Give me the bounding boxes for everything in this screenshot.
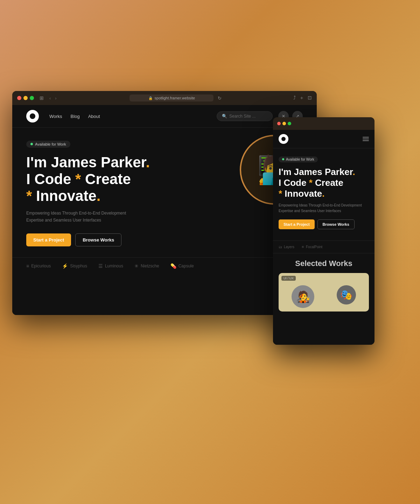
forward-arrow-icon[interactable]: › bbox=[54, 95, 58, 102]
works-card-tag: UI / UX bbox=[281, 276, 296, 281]
mobile-title-line3: * Innovate. bbox=[279, 188, 325, 199]
mobile-available-badge: Available for Work bbox=[279, 156, 318, 162]
works-figure-1: 🧑‍🎤 bbox=[292, 285, 314, 308]
mobile-brand-layers-label: Layers bbox=[284, 245, 294, 249]
maximize-window-dot[interactable] bbox=[30, 96, 34, 100]
address-text: spotlight.framer.website bbox=[155, 96, 195, 100]
browse-works-button[interactable]: Browse Works bbox=[75, 233, 121, 246]
brand-luminous: ☰ Luminous bbox=[98, 263, 123, 269]
hero-title: I'm James Parker. I Code * Create * Inno… bbox=[26, 154, 201, 205]
brand-epicurious-label: Epicurious bbox=[31, 264, 51, 268]
available-text: Available for Work bbox=[35, 142, 66, 146]
site-hero-section: Available for Work I'm James Parker. I C… bbox=[12, 128, 317, 254]
logo-inner bbox=[30, 113, 35, 119]
layers-icon: 🗂 bbox=[279, 245, 282, 249]
browser-action-buttons: ⤴ ＋ ⊡ bbox=[293, 95, 312, 101]
mobile-orange-dot-1: . bbox=[352, 167, 355, 177]
star-2: * bbox=[26, 188, 32, 204]
mobile-close-dot[interactable] bbox=[277, 122, 281, 125]
mobile-website-content: Available for Work I'm James Parker. I C… bbox=[273, 130, 374, 345]
mobile-start-project-button[interactable]: Start a Project bbox=[279, 219, 315, 229]
orange-dot-2: . bbox=[97, 188, 101, 204]
hero-subtitle: Empowering Ideas Through End-to-End Deve… bbox=[26, 210, 138, 223]
mobile-title-line1: I'm James Parker. bbox=[279, 167, 355, 177]
nav-links: Works Blog About bbox=[49, 114, 100, 119]
mobile-star-2: * bbox=[279, 188, 282, 199]
close-window-dot[interactable] bbox=[17, 96, 21, 100]
search-placeholder-text: Search Site ... bbox=[229, 114, 255, 119]
star-1: * bbox=[75, 171, 81, 187]
capsule-icon: 💊 bbox=[170, 263, 176, 269]
brand-luminous-label: Luminous bbox=[105, 264, 123, 268]
luminous-icon: ☰ bbox=[98, 263, 103, 269]
mobile-available-dot bbox=[282, 158, 284, 160]
new-tab-icon[interactable]: ＋ bbox=[299, 95, 304, 101]
brand-sisyphus-label: Sisyphus bbox=[70, 264, 87, 268]
nietzsche-icon: ✳ bbox=[134, 263, 139, 269]
start-project-button[interactable]: Start a Project bbox=[26, 233, 71, 246]
brand-nietzsche-label: Nietzsche bbox=[141, 264, 159, 268]
back-arrow-icon[interactable]: ‹ bbox=[48, 95, 52, 102]
brand-sisyphus: ⚡ Sisyphus bbox=[62, 263, 87, 269]
hero-title-line2: I Code * Create bbox=[26, 171, 131, 187]
mobile-brand-focalpoint-label: FocalPoint bbox=[306, 245, 322, 249]
mobile-star-1: * bbox=[309, 177, 313, 188]
brand-nietzsche: ✳ Nietzsche bbox=[134, 263, 159, 269]
mobile-site-logo[interactable] bbox=[279, 134, 288, 144]
available-for-work-badge: Available for Work bbox=[26, 141, 70, 148]
logo-dot bbox=[30, 114, 33, 116]
hero-cta-buttons: Start a Project Browse Works bbox=[26, 233, 303, 246]
focalpoint-icon: ✳ bbox=[301, 245, 304, 249]
extensions-icon[interactable]: ⊡ bbox=[308, 95, 312, 101]
available-status-dot bbox=[30, 143, 33, 145]
hamburger-line-1 bbox=[363, 137, 369, 138]
minimize-window-dot[interactable] bbox=[23, 96, 28, 100]
window-controls bbox=[17, 96, 34, 100]
mobile-logo-inner bbox=[281, 137, 286, 141]
mobile-brand-focalpoint: ✳ FocalPoint bbox=[301, 245, 322, 249]
ssl-lock-icon: 🔒 bbox=[148, 96, 153, 100]
mobile-hero-buttons: Start a Project Browse Works bbox=[279, 219, 369, 229]
mobile-window-controls bbox=[277, 122, 291, 125]
nav-link-blog[interactable]: Blog bbox=[71, 114, 80, 119]
hamburger-line-3 bbox=[363, 140, 369, 141]
mobile-available-text: Available for Work bbox=[286, 158, 314, 161]
mobile-title-line2: I Code * Create bbox=[279, 177, 343, 188]
site-search-bar[interactable]: 🔍 Search Site ... bbox=[217, 111, 273, 121]
mobile-browser-window: Available for Work I'm James Parker. I C… bbox=[273, 117, 374, 345]
mobile-minimize-dot[interactable] bbox=[282, 122, 286, 125]
works-figure-2: 🎭 bbox=[337, 285, 356, 304]
figure-1-emoji: 🧑‍🎤 bbox=[296, 290, 310, 303]
mobile-brand-layers: 🗂 Layers bbox=[279, 245, 294, 249]
mobile-maximize-dot[interactable] bbox=[288, 122, 291, 125]
nav-link-works[interactable]: Works bbox=[49, 114, 62, 119]
hamburger-line-2 bbox=[363, 139, 369, 139]
works-card-1[interactable]: UI / UX 🧑‍🎤 🎭 bbox=[279, 273, 369, 312]
nav-link-about[interactable]: About bbox=[88, 114, 100, 119]
mobile-orange-dot-2: . bbox=[322, 188, 324, 199]
hamburger-menu[interactable] bbox=[363, 137, 369, 141]
mobile-browse-works-button[interactable]: Browse Works bbox=[317, 219, 355, 229]
sisyphus-icon: ⚡ bbox=[62, 263, 68, 269]
epicurious-icon: ≡ bbox=[26, 263, 29, 269]
brand-logos-bar: ≡ Epicurious ⚡ Sisyphus ☰ Luminous ✳ Nie… bbox=[12, 257, 317, 274]
mobile-titlebar bbox=[273, 117, 374, 130]
hero-title-line3: * Innovate. bbox=[26, 188, 100, 204]
site-navbar: Works Blog About 🔍 Search Site ... ✕ ↗ bbox=[12, 105, 317, 128]
desktop-browser-window: ⊞ ‹ › 🔒 spotlight.framer.website ↻ ⤴ ＋ ⊡ bbox=[12, 91, 317, 315]
share-browser-icon[interactable]: ⤴ bbox=[293, 95, 296, 101]
hero-title-line1: I'm James Parker. bbox=[26, 154, 150, 170]
mobile-hero-subtitle: Empowering Ideas Through End-to-End Deve… bbox=[279, 203, 369, 214]
works-figures: 🧑‍🎤 🎭 bbox=[279, 282, 369, 312]
brand-epicurious: ≡ Epicurious bbox=[26, 263, 51, 269]
orange-dot-1: . bbox=[146, 154, 150, 170]
website-content-desktop: Works Blog About 🔍 Search Site ... ✕ ↗ A… bbox=[12, 105, 317, 315]
tabs-icon: ⊞ bbox=[40, 95, 44, 101]
browser-address-bar[interactable]: 🔒 spotlight.framer.website ↻ bbox=[64, 94, 288, 102]
figure-2-emoji: 🎭 bbox=[340, 289, 352, 301]
browser-titlebar: ⊞ ‹ › 🔒 spotlight.framer.website ↻ ⤴ ＋ ⊡ bbox=[12, 91, 317, 105]
selected-works-title: Selected Works bbox=[279, 259, 369, 268]
mobile-hero-title: I'm James Parker. I Code * Create * Inno… bbox=[279, 167, 369, 200]
reload-icon[interactable]: ↻ bbox=[218, 96, 222, 101]
site-logo[interactable] bbox=[26, 110, 39, 122]
